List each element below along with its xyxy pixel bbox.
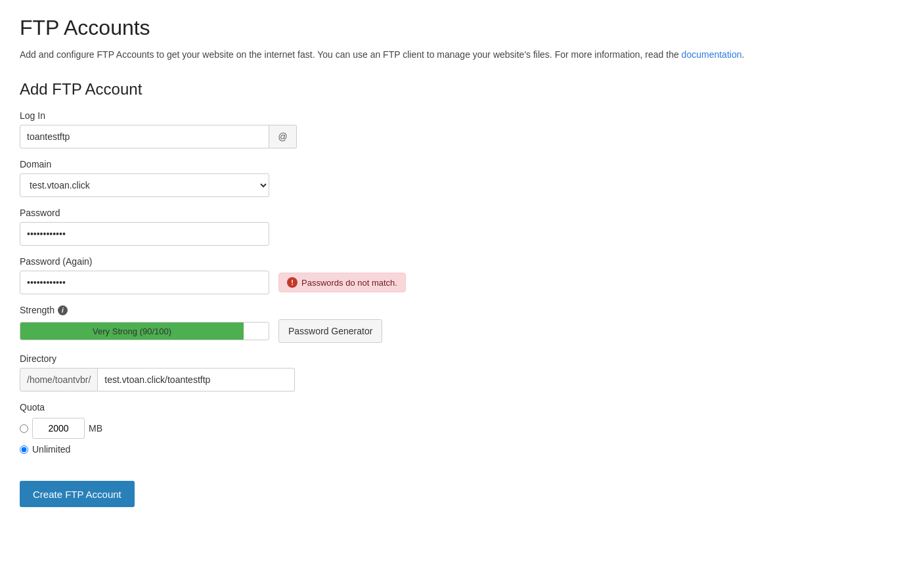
quota-unlimited-row: Unlimited — [20, 444, 532, 455]
login-label: Log In — [20, 110, 532, 121]
password-again-input[interactable] — [20, 271, 269, 294]
directory-group: Directory /home/toantvbr/ — [20, 353, 532, 392]
quota-unit: MB — [89, 423, 102, 434]
domain-group: Domain test.vtoan.click — [20, 159, 532, 197]
documentation-link[interactable]: documentation — [682, 49, 742, 60]
page-title: FTP Accounts — [20, 16, 904, 40]
quota-mb-input[interactable] — [32, 418, 85, 439]
strength-bar-container: Very Strong (90/100) — [20, 322, 269, 340]
password-label: Password — [20, 208, 532, 218]
strength-info-icon: i — [58, 305, 68, 315]
strength-label: Strength — [20, 305, 55, 315]
quota-unlimited-label: Unlimited — [32, 444, 70, 455]
login-group: Log In @ — [20, 110, 532, 148]
directory-label: Directory — [20, 353, 532, 364]
password-group: Password — [20, 208, 532, 246]
quota-mb-row: MB — [20, 418, 532, 439]
section-title: Add FTP Account — [20, 80, 532, 99]
strength-bar-fill: Very Strong (90/100) — [20, 323, 244, 340]
domain-label: Domain — [20, 159, 532, 169]
directory-prefix: /home/toantvbr/ — [20, 368, 98, 392]
password-input[interactable] — [20, 222, 269, 246]
password-again-group: Password (Again) ! Passwords do not matc… — [20, 256, 532, 294]
page-description: Add and configure FTP Accounts to get yo… — [20, 48, 904, 62]
domain-select[interactable]: test.vtoan.click — [20, 173, 269, 197]
quota-unlimited-radio[interactable] — [20, 445, 28, 454]
password-again-label: Password (Again) — [20, 256, 532, 267]
error-icon: ! — [287, 277, 297, 288]
quota-label: Quota — [20, 402, 532, 413]
strength-section: Strength i Very Strong (90/100) Password… — [20, 305, 532, 343]
login-input[interactable] — [20, 125, 269, 148]
quota-mb-radio[interactable] — [20, 424, 28, 433]
quota-group: Quota MB Unlimited — [20, 402, 532, 455]
at-symbol: @ — [269, 125, 297, 148]
directory-input[interactable] — [98, 368, 295, 392]
password-error-message: ! Passwords do not match. — [278, 273, 406, 292]
password-generator-button[interactable]: Password Generator — [278, 319, 382, 343]
create-ftp-account-button[interactable]: Create FTP Account — [20, 481, 135, 507]
